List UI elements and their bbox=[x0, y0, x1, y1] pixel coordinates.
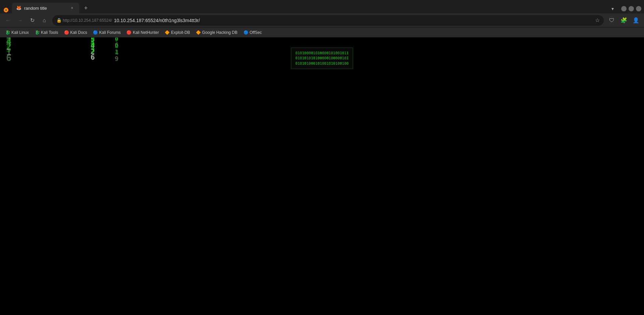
bookmark-kali-docs-label: Kali Docs bbox=[70, 30, 87, 35]
active-tab[interactable]: 🦊 random title × bbox=[12, 3, 79, 13]
bookmark-google-hacking-label: Google Hacking DB bbox=[202, 30, 237, 35]
page-content: 010100001010000101001011 010101010100000… bbox=[0, 38, 644, 315]
svg-point-2 bbox=[5, 9, 7, 11]
browser-chrome: 🦊 random title × + ▾ ← → ↻ ⌂ 🔒 http://10… bbox=[0, 0, 644, 38]
bookmark-star[interactable]: ☆ bbox=[595, 17, 600, 23]
shields-button[interactable]: 🛡 bbox=[606, 15, 617, 26]
minimize-button[interactable] bbox=[621, 6, 627, 11]
home-button[interactable]: ⌂ bbox=[39, 15, 50, 26]
nav-bar-right: 🛡 🧩 👤 bbox=[606, 15, 641, 26]
offsec-icon: 🔵 bbox=[244, 30, 248, 35]
bookmark-kali-forums-label: Kali Forums bbox=[99, 30, 121, 35]
tab-favicon: 🦊 bbox=[16, 5, 21, 11]
close-button[interactable] bbox=[636, 6, 641, 11]
bookmarks-bar: 🐉 Kali Linux 🐉 Kali Tools 🔴 Kali Docs 🔵 … bbox=[0, 27, 644, 38]
bookmark-kali-docs[interactable]: 🔴 Kali Docs bbox=[61, 29, 90, 36]
kali-nethunter-icon: 🔴 bbox=[127, 30, 131, 35]
binary-line-2: 010101010100000100000101 bbox=[296, 56, 349, 61]
security-lock: http://10.10.254.187:65524/ bbox=[63, 18, 112, 23]
binary-line-1: 010100001010000101001011 bbox=[296, 51, 349, 56]
bookmark-google-hacking[interactable]: 🔶 Google Hacking DB bbox=[194, 29, 240, 36]
tab-list-button[interactable]: ▾ bbox=[608, 4, 617, 13]
exploit-db-icon: 🔶 bbox=[165, 30, 170, 35]
kali-docs-icon: 🔴 bbox=[64, 30, 69, 35]
bookmark-kali-nethunter[interactable]: 🔴 Kali NetHunter bbox=[124, 29, 162, 36]
matrix-canvas bbox=[0, 38, 644, 315]
bookmark-kali-tools[interactable]: 🐉 Kali Tools bbox=[32, 29, 61, 36]
bookmark-exploit-db-label: Exploit-DB bbox=[171, 30, 190, 35]
google-hacking-icon: 🔶 bbox=[196, 30, 201, 35]
new-tab-button[interactable]: + bbox=[80, 3, 91, 13]
tab-title: random title bbox=[24, 6, 66, 11]
window-controls bbox=[621, 6, 641, 11]
bookmark-exploit-db[interactable]: 🔶 Exploit-DB bbox=[162, 29, 193, 36]
kali-linux-icon: 🐉 bbox=[5, 30, 10, 35]
bookmark-kali-forums[interactable]: 🔵 Kali Forums bbox=[91, 29, 123, 36]
tab-bar: 🦊 random title × + ▾ bbox=[0, 0, 644, 13]
firefox-icon bbox=[3, 7, 9, 13]
tab-bar-right: ▾ bbox=[608, 4, 644, 13]
maximize-button[interactable] bbox=[629, 6, 634, 11]
bookmark-kali-tools-label: Kali Tools bbox=[41, 30, 58, 35]
kali-forums-icon: 🔵 bbox=[93, 30, 98, 35]
connection-icon: 🔒 bbox=[56, 18, 62, 23]
forward-button[interactable]: → bbox=[15, 15, 25, 26]
refresh-button[interactable]: ↻ bbox=[27, 15, 38, 26]
kali-tools-icon: 🐉 bbox=[35, 30, 40, 35]
tab-close-button[interactable]: × bbox=[69, 5, 75, 11]
bookmark-kali-linux-label: Kali Linux bbox=[11, 30, 29, 35]
nav-bar: ← → ↻ ⌂ 🔒 http://10.10.254.187:65524/ 10… bbox=[0, 13, 644, 27]
bookmark-kali-linux[interactable]: 🐉 Kali Linux bbox=[3, 29, 32, 36]
bookmark-offsec[interactable]: 🔵 OffSec bbox=[241, 29, 264, 36]
account-button[interactable]: 👤 bbox=[631, 15, 641, 26]
security-indicator: 🔒 http://10.10.254.187:65524/ bbox=[56, 18, 112, 23]
back-button[interactable]: ← bbox=[3, 15, 13, 26]
binary-display: 010100001010000101001011 010101010100000… bbox=[291, 48, 353, 69]
bookmark-offsec-label: OffSec bbox=[250, 30, 262, 35]
address-bar[interactable]: 🔒 http://10.10.254.187:65524/ 10.10.254.… bbox=[52, 15, 604, 26]
extensions-button[interactable]: 🧩 bbox=[619, 15, 629, 26]
bookmark-kali-nethunter-label: Kali NetHunter bbox=[133, 30, 159, 35]
binary-line-3: 010101000101001010100100 bbox=[296, 61, 349, 66]
url-display[interactable]: 10.10.254.187:65524/n0th1ng3ls3m4tt3r/ bbox=[114, 18, 593, 23]
